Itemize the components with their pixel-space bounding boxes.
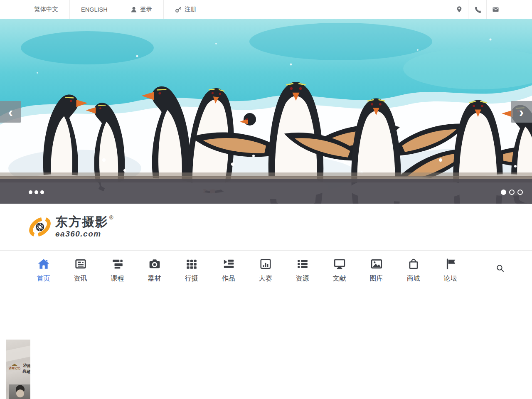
book-seal-text: 济南记忆 (7, 367, 22, 369)
lang-english-label: ENGLISH (81, 6, 108, 13)
carousel-next-button[interactable]: › (511, 101, 532, 123)
nav-label: 大赛 (259, 274, 272, 283)
camera-icon (148, 258, 161, 270)
brand-title: 东方摄影 (55, 215, 108, 229)
nav-item-home[interactable]: 首页 (25, 258, 62, 283)
nav-label: 文献 (333, 274, 346, 283)
nav-label: 行摄 (185, 274, 198, 283)
login-link[interactable]: 登录 (119, 0, 164, 19)
carousel-pager-dot[interactable] (509, 190, 515, 195)
carousel-left-dots (29, 190, 44, 194)
nav-label: 课程 (111, 274, 124, 283)
user-icon (131, 6, 137, 13)
carousel-slide-penguins-image (0, 19, 532, 204)
brand-logo-text[interactable]: 东方摄影 ® ea360.com (55, 215, 113, 239)
nav-label: 资讯 (74, 274, 87, 283)
carousel-prev-button[interactable]: ‹ (0, 101, 21, 123)
contest-icon (259, 258, 272, 270)
key-icon (175, 6, 182, 13)
book-cover-highlight (6, 342, 30, 362)
site-header: 东方摄影 ® ea360.com (0, 204, 532, 251)
nav-item-travel[interactable]: 行摄 (173, 258, 210, 283)
news-icon (74, 258, 87, 270)
nav-label: 资源 (296, 274, 309, 283)
register-link[interactable]: 注册 (164, 0, 208, 19)
brand-logo-icon[interactable] (28, 215, 52, 239)
shopping-bag-icon (407, 258, 420, 270)
grid-icon (185, 258, 198, 270)
lang-traditional-chinese-link[interactable]: 繁体中文 (23, 0, 70, 19)
home-icon (37, 258, 50, 270)
main-content-area: 济南记忆 济南 典藏 (0, 291, 532, 399)
gallery-icon (370, 258, 383, 270)
nav-item-mall[interactable]: 商城 (395, 258, 432, 283)
brand-domain: ea360.com (55, 229, 113, 239)
works-icon (222, 258, 235, 270)
registered-mark: ® (109, 214, 113, 221)
search-icon[interactable] (496, 264, 505, 274)
location-icon[interactable] (450, 0, 468, 19)
book-seal: 济南记忆 (7, 364, 22, 369)
nav-item-equipment[interactable]: 器材 (136, 258, 173, 283)
nav-label: 图库 (370, 274, 383, 283)
nav-item-resources[interactable]: 资源 (284, 258, 321, 283)
main-navigation: 首页 资讯 课程 器材 行摄 作品 大赛 资源 文献 图库 商城 (0, 251, 532, 291)
carousel-pager-dots (501, 190, 523, 195)
hero-carousel: ‹ › (0, 19, 532, 204)
login-label: 登录 (140, 5, 152, 13)
nav-item-courses[interactable]: 课程 (99, 258, 136, 283)
carousel-pager-dot[interactable] (517, 190, 523, 195)
email-icon[interactable] (486, 0, 505, 19)
chevron-left-icon: ‹ (8, 105, 13, 119)
pavilion-icon (11, 364, 18, 366)
topbar-right-group (450, 0, 505, 19)
book-title-text: 济南 典藏 (22, 362, 30, 375)
courses-icon (111, 258, 124, 270)
nav-label: 器材 (148, 274, 161, 283)
topbar-left-group: 繁体中文 ENGLISH 登录 注册 (23, 0, 208, 19)
chevron-right-icon: › (519, 105, 524, 119)
top-utility-bar: 繁体中文 ENGLISH 登录 注册 (0, 0, 532, 19)
resources-icon (296, 258, 309, 270)
nav-item-works[interactable]: 作品 (210, 258, 247, 283)
book-portrait-photo (9, 384, 30, 399)
nav-label: 论坛 (444, 274, 457, 283)
carousel-dot[interactable] (34, 190, 38, 194)
lang-english-link[interactable]: ENGLISH (70, 0, 119, 19)
nav-item-documents[interactable]: 文献 (321, 258, 358, 283)
carousel-dot[interactable] (29, 190, 32, 194)
nav-item-gallery[interactable]: 图库 (358, 258, 395, 283)
nav-item-forum[interactable]: 论坛 (432, 258, 469, 283)
nav-label: 作品 (222, 274, 235, 283)
flag-icon (444, 258, 457, 270)
book-title-line2: 典藏 (22, 368, 30, 375)
nav-label: 商城 (407, 274, 420, 283)
monitor-icon (333, 258, 346, 270)
lang-traditional-label: 繁体中文 (34, 5, 58, 13)
nav-item-contest[interactable]: 大赛 (247, 258, 284, 283)
register-label: 注册 (185, 5, 197, 13)
carousel-dot[interactable] (40, 190, 44, 194)
carousel-pager-dot-active[interactable] (501, 190, 506, 195)
nav-label: 首页 (37, 274, 50, 283)
carousel-bottom-bar (0, 179, 532, 204)
book-cover-thumbnail[interactable]: 济南记忆 济南 典藏 (6, 340, 30, 399)
phone-icon[interactable] (468, 0, 486, 19)
nav-item-news[interactable]: 资讯 (62, 258, 99, 283)
